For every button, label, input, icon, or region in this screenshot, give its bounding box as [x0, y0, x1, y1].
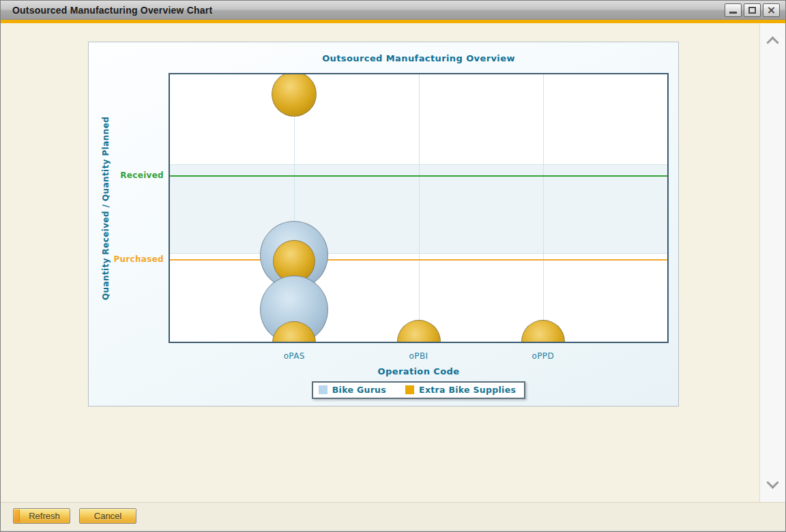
- x-category-label: oPBI: [392, 351, 446, 361]
- x-category-label: oPPD: [516, 351, 570, 361]
- bubble-point[interactable]: [272, 73, 317, 117]
- legend-label: Extra Bike Supplies: [419, 385, 516, 395]
- maximize-icon: [748, 7, 756, 14]
- y-tick-label-received: Received: [89, 171, 164, 180]
- legend-swatch: [405, 385, 414, 394]
- window-controls: ×: [725, 3, 780, 17]
- x-category-label: oPAS: [267, 351, 321, 361]
- reference-line-purchased: [170, 259, 667, 261]
- legend-swatch: [319, 385, 328, 394]
- reference-line-received: [170, 175, 667, 177]
- scroll-up-icon[interactable]: [766, 36, 778, 48]
- legend-item: Extra Bike Supplies: [405, 385, 516, 395]
- plot-area: [169, 73, 669, 343]
- close-icon: ×: [767, 5, 776, 16]
- legend-label: Bike Gurus: [332, 385, 386, 395]
- chart-panel: Outsourced Manufacturing Overview Quanti…: [88, 42, 679, 407]
- y-tick-label-purchased: Purchased: [89, 254, 164, 264]
- window-title: Outsourced Manufacturing Overview Chart: [12, 5, 212, 16]
- legend-item: Bike Gurus: [319, 385, 386, 395]
- refresh-button[interactable]: Refresh: [13, 508, 70, 524]
- minimize-icon: [729, 12, 737, 14]
- cancel-button[interactable]: Cancel: [79, 508, 136, 524]
- vertical-gridline: [419, 74, 420, 342]
- chart-legend: Bike GurusExtra Bike Supplies: [169, 381, 669, 399]
- refresh-button-label: Refresh: [29, 511, 60, 521]
- minimize-button[interactable]: [725, 3, 742, 17]
- y-axis-title: Quantity Received / Quantity Planned: [98, 73, 113, 343]
- chart-title: Outsourced Manufacturing Overview: [169, 53, 669, 63]
- default-button-stripe-icon: [14, 509, 20, 522]
- close-button[interactable]: ×: [763, 3, 780, 17]
- button-bar: Refresh Cancel: [1, 502, 785, 531]
- legend-box: Bike GurusExtra Bike Supplies: [312, 381, 525, 399]
- vertical-scrollbar[interactable]: [759, 23, 785, 502]
- vertical-gridline: [543, 74, 544, 342]
- content-area: Outsourced Manufacturing Overview Quanti…: [1, 23, 785, 502]
- titlebar: Outsourced Manufacturing Overview Chart …: [1, 1, 785, 20]
- scroll-down-icon[interactable]: [766, 476, 778, 488]
- cancel-button-label: Cancel: [94, 511, 121, 521]
- app-window: Outsourced Manufacturing Overview Chart …: [0, 0, 786, 532]
- bubble-point[interactable]: [397, 320, 441, 343]
- maximize-button[interactable]: [744, 3, 761, 17]
- x-axis-title: Operation Code: [169, 366, 669, 376]
- bubble-point[interactable]: [521, 320, 565, 343]
